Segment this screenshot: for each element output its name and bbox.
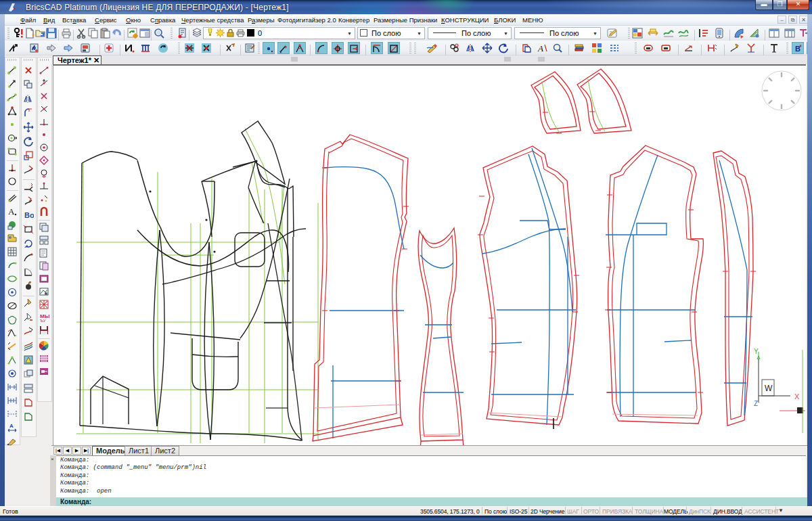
svg-text:Y: Y <box>754 348 759 355</box>
svg-text:ЪУ: ЪУ <box>40 319 46 323</box>
svg-text:Bo: Bo <box>24 211 34 219</box>
svg-text:W: W <box>765 384 773 393</box>
svg-text:A: A <box>8 206 15 217</box>
svg-text:A: A <box>537 43 543 53</box>
svg-text:Z: Z <box>754 400 758 407</box>
svg-text:X: X <box>794 392 800 401</box>
svg-text:A: A <box>9 423 14 429</box>
